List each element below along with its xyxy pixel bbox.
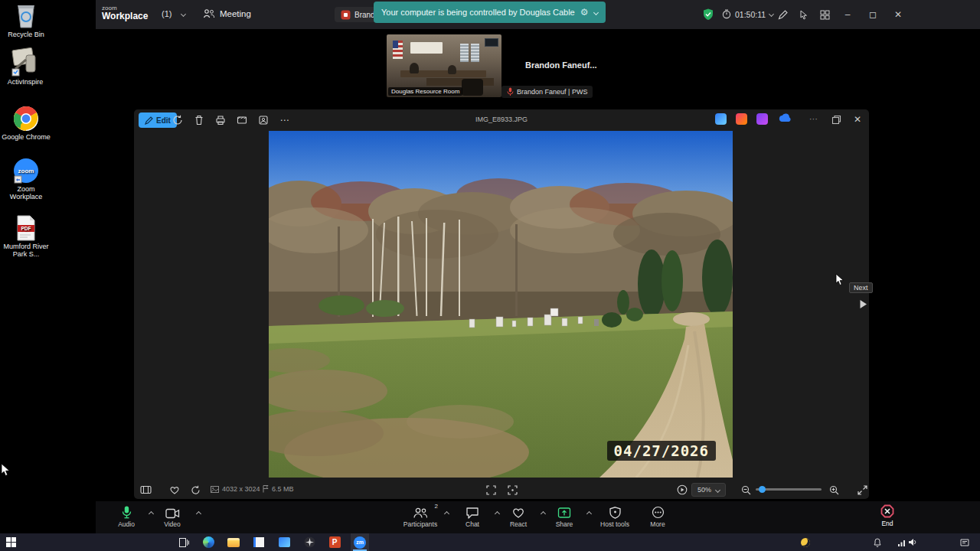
share-screen-icon [557,507,571,519]
minimize-button[interactable]: – [837,0,858,29]
tab-meeting[interactable]: Meeting [203,8,251,18]
more-label: More [641,520,675,528]
host-tools-button[interactable]: Host tools [593,506,636,528]
designer-icon[interactable] [715,113,727,125]
calendar-app-icon[interactable] [250,533,268,551]
meeting-timer[interactable]: 01:50:11 [722,9,773,19]
close-button[interactable]: ✕ [887,0,909,29]
desktop-icon-chrome[interactable]: Google Chrome [1,106,51,141]
pin-icon[interactable]: ⋯ [809,114,818,124]
person-silhouette [448,65,456,74]
recording-icon [341,10,351,20]
icon-label: Google Chrome [1,133,51,141]
icon-label: Recycle Bin [1,31,51,38]
volume-icon[interactable] [903,533,922,551]
speaker-mic-label: Brandon Faneuf | PWS [517,88,587,96]
participants-chevron-icon[interactable] [444,511,449,517]
dark-app-icon[interactable] [300,533,318,551]
weather-icon[interactable] [796,533,815,551]
desktop-icon-activinspire[interactable]: ActivInspire [0,46,51,86]
slideshow-play-icon[interactable] [674,481,691,498]
next-button[interactable] [859,299,867,309]
banner-gear-icon[interactable]: ⚙ [580,7,589,18]
actual-size-icon[interactable] [504,481,521,498]
zoom-slider[interactable] [756,488,822,491]
speaker-mic-pill: Brandon Faneuf | PWS [501,86,593,98]
audio-button[interactable]: Audio [109,506,143,528]
edge-icon[interactable] [199,533,217,551]
react-button[interactable]: React [501,506,535,528]
desktop-cursor [1,463,11,477]
rotate-small-icon[interactable] [187,481,204,498]
banner-chevron-icon[interactable] [593,9,598,15]
favorite-heart-icon[interactable] [166,481,183,498]
video-tile-room[interactable]: Douglas Resource Room [387,34,501,97]
image-dimensions: 4032 x 3024 [211,485,260,493]
view-grid-icon[interactable] [820,10,830,20]
filesize-text: 6.5 MB [272,485,294,493]
fullscreen-icon[interactable] [854,481,871,498]
photo-date-stamp: 04/27/2026 [607,441,716,461]
mouse-cursor [835,273,845,286]
maximize-button[interactable]: ◻ [862,0,884,29]
onedrive-icon[interactable] [778,113,792,123]
participant-count: (1) [162,9,172,18]
chevron-down-icon[interactable] [181,11,186,17]
svg-text:PDF: PDF [21,226,31,231]
share-chevron-icon[interactable] [586,511,592,517]
zoom-percent-dropdown[interactable]: 50% [691,483,726,497]
end-button[interactable]: End [871,505,904,527]
zoom-workplace-icon: zoom [13,158,39,184]
brand-workplace: Workplace [102,11,148,21]
host-tools-label: Host tools [593,520,636,528]
start-button[interactable] [2,533,20,551]
annotate-pen-icon[interactable] [778,10,788,20]
zoom-taskbar-icon[interactable]: zm [351,533,369,551]
participants-button[interactable]: 2 Participants [397,506,444,528]
more-icon [652,506,665,519]
restore-icon[interactable] [828,111,844,128]
filmstrip-icon[interactable] [137,481,154,498]
security-shield-icon[interactable] [703,8,714,21]
desktop-icon-recycle-bin[interactable]: Recycle Bin [1,2,51,38]
people-icon [203,8,215,18]
pointer-tool-icon[interactable] [799,10,809,20]
chat-icon [466,507,479,519]
end-label: End [871,520,904,527]
fit-screen-icon[interactable] [482,481,499,498]
zoom-slider-thumb[interactable] [759,486,766,493]
task-view-button[interactable] [175,533,193,551]
audio-options-chevron-icon[interactable] [149,511,154,517]
video-button[interactable]: Video [155,506,189,528]
photos-app-icon[interactable] [275,533,293,551]
powerpoint-icon[interactable]: P [325,533,344,551]
chrome-icon [13,106,39,132]
clipchamp-icon[interactable] [736,113,747,125]
share-button[interactable]: Share [547,506,581,528]
desktop-icon-zoom-workplace[interactable]: zoom Zoom Workplace [1,158,51,201]
video-options-chevron-icon[interactable] [196,511,201,517]
close-photos-button[interactable]: ✕ [854,114,861,125]
notification-bell-icon[interactable] [868,533,887,551]
chat-button[interactable]: Chat [456,506,489,528]
participants-icon [413,507,429,519]
react-chevron-icon[interactable] [541,511,546,517]
activinspire-icon [11,46,40,77]
svg-text:zoom: zoom [18,168,34,174]
zoom-in-icon[interactable] [825,481,842,498]
chat-chevron-icon[interactable] [495,511,500,517]
office-chair [462,79,483,96]
host-tools-shield-icon [609,507,621,519]
more-button[interactable]: More [641,506,675,528]
react-heart-icon [511,507,525,519]
file-explorer-icon[interactable] [224,533,243,551]
desktop-icon-pdf[interactable]: PDF Mumford River Park S... [1,215,51,259]
dimensions-icon [211,486,219,493]
zoom-out-icon[interactable] [737,481,754,498]
action-center-icon[interactable] [956,533,974,551]
gallery-folder-icon[interactable] [756,113,768,125]
tab-meeting-label: Meeting [220,9,251,18]
conference-table [426,78,494,86]
zoom-dropdown-chevron-icon [715,487,720,492]
participants-label: Participants [397,520,444,528]
